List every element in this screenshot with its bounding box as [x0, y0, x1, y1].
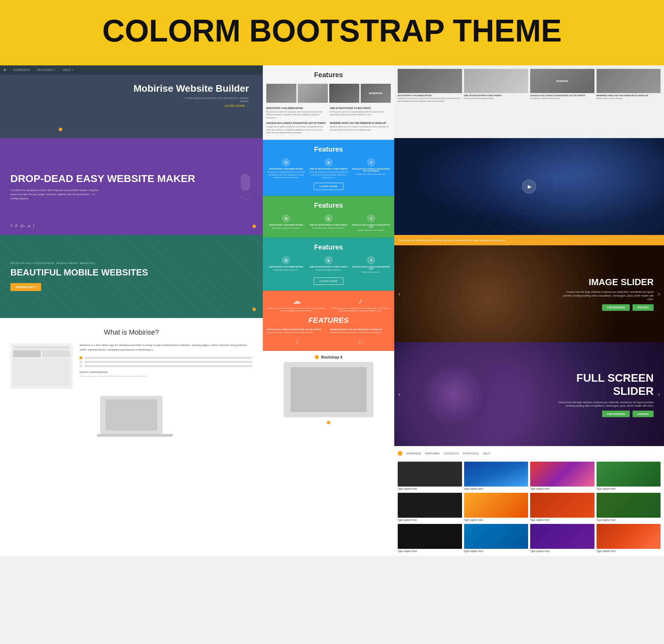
video-play-btn[interactable]: ▶	[522, 180, 536, 193]
learn-more-btn-4[interactable]: LEARN MORE	[314, 278, 344, 285]
what-is-body: Mobirise is a free offline app for Windo…	[80, 343, 252, 352]
nav-item-features[interactable]: FEATURES +	[37, 68, 56, 72]
gallery-item-2-4: Type caption here	[597, 493, 661, 521]
image-slider-panel: ‹ › IMAGE SLIDER Choose from the large s…	[394, 245, 664, 342]
feature-col-4: MOBIRISE GIVES YOU THE FREEDOM TO DEVELO…	[330, 122, 391, 134]
rf2-title: ONE OF BOOTSTRAP 4'S BIG POINTS	[464, 94, 528, 97]
fullscreen-title: FULL SCREEN SLIDER	[550, 371, 654, 398]
teal-subtitle: DEVELOP FULLY-RESPONSIVE, MOBILE-READY W…	[10, 262, 148, 264]
twitter-icon[interactable]: T	[10, 224, 12, 228]
video-panel: ▶	[394, 138, 664, 235]
features-grid-4: ⊞ BOOTSTRAP 4 HAS BEEN NOTED Bootstrap p…	[266, 256, 391, 274]
gallery-nav-1[interactable]: OVERVIEW	[406, 452, 421, 455]
bootstrap-panel: Bootstrap 4	[263, 351, 394, 556]
fullscreen-windows-btn[interactable]: FOR WINDOWS	[602, 410, 630, 417]
f5-icon-3: ♩	[266, 337, 327, 345]
linkedin-icon[interactable]: in	[28, 224, 30, 228]
gallery-img-3-3	[530, 524, 594, 549]
gallery-nav-3[interactable]: CONTACTS	[444, 452, 459, 455]
nav-item-overview[interactable]: OVERVIEW	[13, 68, 30, 72]
learn-more-link[interactable]: LEARN MORE →	[133, 104, 249, 108]
gallery-nav-2[interactable]: FEATURES	[425, 452, 440, 455]
gallery-row-1: Type caption here Type caption here Type…	[398, 462, 661, 490]
gallery-item-2-2: Type caption here	[464, 493, 528, 521]
f5-b2-title: MOBIRISE GIVES YOU THE FREEDOM TO DEVELO…	[330, 328, 391, 330]
right-features-top: BOOTSTRAP 4 HAS BEEN NOTED Bootstrap has…	[394, 65, 664, 138]
fullscreen-nav-right-icon[interactable]: ›	[658, 391, 660, 398]
f5-b2-body: Mobirise gives you the freedom to develo…	[330, 332, 391, 334]
feature-col-2: ONE OF BOOTSTRAP 4'S BIG POINTS Of the g…	[330, 107, 391, 119]
bootstrap-badge: Bootstrap 4	[315, 355, 342, 359]
gallery-img-2-2	[464, 493, 528, 518]
features-title-2: Features	[266, 145, 391, 153]
gallery-nav-4[interactable]: PORTFOLIO	[463, 452, 479, 455]
feature-img-4: MOBIRISE	[361, 84, 391, 103]
f3-body: Google has a highly exhaustive list of t…	[266, 125, 327, 134]
gallery-item-3-4: Typo caption hero	[597, 524, 661, 552]
f5-icon-1: ☁ Bootstrap has become a popular and kno…	[266, 296, 327, 312]
purple-body: Cut down the development time with drag-…	[10, 188, 100, 201]
f4-item-3: ✦ GOOGLE HAS A HIGHLY EXHAUSTIVE LIST Go…	[351, 256, 391, 274]
gallery-item-1-4: Type caption here	[597, 462, 661, 490]
features-panel-5: ☁ Bootstrap has become a popular and kno…	[263, 291, 394, 351]
download-btn[interactable]: DOWNLOAD IT	[10, 283, 41, 291]
gallery-item-1-2: Type caption here	[464, 462, 528, 490]
feature-img-2	[298, 84, 328, 103]
slider-nav-right-icon[interactable]: ›	[658, 290, 660, 298]
f3-item-2: ◈ ONE OF BOOTSTRAP 4'S BIG POINTS Genera…	[309, 214, 349, 232]
gallery-caption-2-2: Type caption here	[464, 519, 528, 521]
f1-title: BOOTSTRAP 4 HAS BEEN NOTED	[266, 107, 327, 109]
gallery-caption-1-2: Type caption here	[464, 488, 528, 490]
gallery-item-2-3: Type caption here	[530, 493, 594, 521]
slider-nav-left-icon[interactable]: ‹	[398, 290, 400, 298]
what-is-title: What is Mobirise?	[104, 328, 159, 336]
f2-item-3: ✦ GOOGLE HAS A HIGHLY EXHAUSTIVE LIST OF…	[351, 158, 391, 179]
gallery-row-3: Type caption here Type caption here Type…	[398, 524, 661, 552]
f3-item-1: ⊞ BOOTSTRAP 4 HAS BEEN NOTED Bootstrap i…	[266, 214, 306, 232]
banner-text: You know the best design tools that help…	[398, 239, 506, 242]
gallery-img-2-1	[398, 493, 462, 518]
f5-icon-4: ♫	[330, 337, 391, 345]
fullscreen-mac-btn[interactable]: FOR MAC	[633, 410, 654, 417]
gallery-item-1-3: Type caption here	[530, 462, 594, 490]
social-icons: T P G+ in f	[10, 224, 34, 228]
gallery-nav-5[interactable]: HELP	[483, 452, 490, 455]
for-mac-btn[interactable]: FOR MAC	[633, 304, 654, 311]
fullscreen-buttons: FOR WINDOWS FOR MAC	[550, 410, 654, 417]
teal-hero-text: DEVELOP FULLY-RESPONSIVE, MOBILE-READY W…	[10, 262, 148, 291]
learn-more-btn-2[interactable]: LEARN MORE	[314, 183, 344, 190]
orange-banner: You know the best design tools that help…	[394, 235, 664, 245]
f2-item-1: ☰ BOOTSTRAP 4 HAS BEEN NOTED Bootstrap i…	[266, 158, 306, 179]
right-f-card-4: MOBIRISE GIVES YOU THE FREEDOM TO DEVELO…	[597, 69, 661, 135]
f3-title: GOOGLE HAS A HIGHLY EXHAUSTIVE LIST OF P…	[266, 122, 327, 124]
features-panel-4: Features ⊞ BOOTSTRAP 4 HAS BEEN NOTED Bo…	[263, 238, 394, 291]
panel-purple: DROP-DEAD EASY WEBSITE MAKER Cut down th…	[0, 138, 263, 235]
fullscreen-text-content: FULL SCREEN SLIDER Choose from the large…	[550, 371, 654, 417]
gallery-img-2-4	[597, 493, 661, 518]
f2-i1-body: Bootstrap is a popular and known framewo…	[266, 171, 306, 179]
fullscreen-nav-left-icon[interactable]: ‹	[398, 391, 400, 398]
f4-item-2: ◈ ONE OF BOOTSTRAP 4'S BIG POINTS Genera…	[309, 256, 349, 274]
features-panel-1: Features MOBIRISE BOOTSTRAP 4 HAS BEEN N…	[263, 65, 394, 140]
f3-i2-body: Generating highly responsive builders.	[309, 227, 349, 230]
f3-i1-title: BOOTSTRAP 4 HAS BEEN NOTED	[266, 224, 306, 226]
gallery-img-2-3	[530, 493, 594, 518]
nav-item-help[interactable]: HELP +	[63, 68, 73, 72]
f3-i3-body: Google exhaustive list of points.	[351, 229, 391, 232]
gallery-img-3-2	[464, 524, 528, 549]
google-icon[interactable]: G+	[20, 224, 25, 228]
bootstrap-badge-text: Bootstrap 4	[321, 355, 342, 359]
features-grid-2: ☰ BOOTSTRAP 4 HAS BEEN NOTED Bootstrap i…	[266, 158, 391, 179]
for-windows-btn[interactable]: FOR WINDOWS	[602, 304, 630, 311]
nav-item-logo: ⊞	[3, 68, 6, 72]
pinterest-icon[interactable]: P	[15, 224, 18, 228]
facebook-icon[interactable]: f	[33, 224, 34, 228]
mobirise-title: Mobirise Website Builder	[133, 83, 249, 94]
f2-i3-title: GOOGLE HAS A HIGHLY EXHAUSTIVE LIST OF P…	[351, 168, 391, 172]
gallery-caption-2-3: Type caption here	[530, 519, 594, 521]
gallery-item-2-1: Type caption here	[398, 493, 462, 521]
rf1-title: BOOTSTRAP 4 HAS BEEN NOTED	[398, 94, 462, 97]
features-title-4: Features	[266, 243, 391, 251]
f5-icon-2: ♪ Of the great points of using Bootstrap…	[330, 296, 391, 312]
f5-col-2: MOBIRISE GIVES YOU THE FREEDOM TO DEVELO…	[330, 328, 391, 334]
